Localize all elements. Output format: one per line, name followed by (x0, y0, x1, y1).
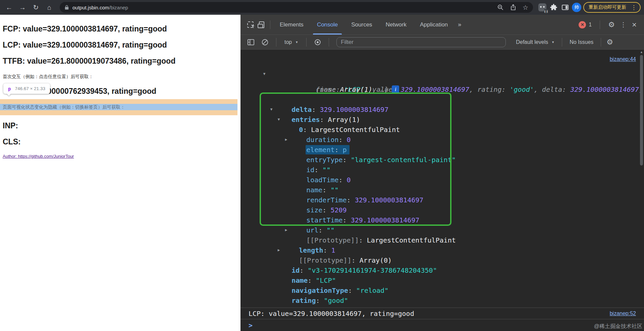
console-tree-row[interactable]: length: 1 (240, 225, 644, 235)
divider (306, 38, 307, 47)
source-link[interactable]: bizanep:52 (610, 310, 636, 318)
reload-icon[interactable]: ↻ (30, 2, 42, 13)
console-scrollbar[interactable]: ▲ (640, 50, 643, 307)
scrollbar-thumb[interactable] (640, 55, 643, 166)
tab-elements[interactable]: Elements (273, 15, 310, 35)
author-link[interactable]: Author: https://github.com/JuniorTour (3, 154, 74, 159)
context-selector[interactable]: top ▼ (282, 39, 301, 45)
console-tree-row[interactable]: ▶ [[Prototype]]: Object (240, 295, 644, 306)
console-tree-row[interactable]: ▶ [[Prototype]]: Array(0) (240, 235, 644, 245)
console-sidebar-icon[interactable] (245, 37, 257, 48)
console-tree-row[interactable]: delta: 329.1000003814697 (240, 84, 644, 94)
tooltip-dimensions: 746.67 × 21.33 (15, 86, 45, 91)
console-tree-row[interactable]: renderTime: 329.1000003814697 (240, 175, 644, 185)
console-tree-row[interactable]: startTime: 329.1000003814697 (240, 195, 644, 205)
lcp-log-text: LCP: value=329.1000003814697, rating=goo… (249, 310, 414, 318)
console-tree-row[interactable]: navigationType: "reload" (240, 265, 644, 275)
inspect-element-icon[interactable] (245, 19, 256, 30)
browser-window: ← → ↻ ⌂ output.jsbin.com/bizanep ☆ (0, 0, 644, 331)
console-tree-row[interactable]: rating: "good" (240, 275, 644, 285)
console-toolbar: top ▼ Default levels ▼ No Issues ⚙ (240, 35, 644, 50)
tab-application[interactable]: Application (413, 15, 454, 35)
devtools-menu-kebab-icon[interactable]: ⋮ (620, 21, 627, 28)
inp-metric-text: INP: (3, 121, 240, 130)
console-tree-row[interactable]: duration: 0 (240, 115, 644, 125)
source-link[interactable]: bizanep:44 (610, 55, 636, 63)
error-icon: ✕ (579, 21, 586, 28)
console-tree-row[interactable]: ▶ element: p (240, 125, 644, 135)
log-levels-label: Default levels (516, 39, 548, 45)
ttfb-metric-text: TTFB: value=261.80000019073486, rating=g… (3, 56, 240, 66)
web-page-viewport: FCP: value=329.1000003814697, rating=goo… (0, 15, 240, 331)
clear-console-icon[interactable] (259, 37, 271, 48)
device-toolbar-icon[interactable] (256, 19, 267, 30)
console-tree-row[interactable]: ▼ 0: LargestContentfulPaint (240, 105, 644, 115)
context-label: top (284, 39, 292, 45)
console-message-header: bizanep:44 (240, 54, 644, 64)
tooltip-tag-name: p (8, 86, 11, 91)
error-count-badge[interactable]: ✕ 1 (579, 21, 592, 28)
lcp-metric-text: LCP: value=329.1000003814697, rating=goo… (3, 40, 240, 50)
browser-toolbar: ← → ↻ ⌂ output.jsbin.com/bizanep ☆ (0, 0, 644, 15)
console-tree-row[interactable]: name: "" (240, 165, 644, 175)
cursor-arrow-icon (251, 24, 255, 30)
inspect-highlight-overlay: 页面可视化状态变化为隐藏（例如：切换标签页）后可获取： (0, 99, 237, 115)
share-icon[interactable] (510, 4, 517, 11)
console-log-row: LCP: value=329.1000003814697, rating=goo… (240, 308, 644, 319)
tab-sources[interactable]: Sources (344, 15, 379, 35)
highlighted-paragraph: 页面可视化状态变化为隐藏（例如：切换标签页）后可获取： (0, 104, 237, 110)
back-icon[interactable]: ← (3, 2, 15, 13)
live-expression-eye-icon[interactable] (312, 37, 323, 48)
error-count: 1 (589, 22, 592, 28)
address-bar[interactable]: output.jsbin.com/bizanep ☆ (60, 2, 533, 13)
filter-input[interactable] (336, 37, 506, 47)
console-prompt[interactable]: > (240, 319, 644, 331)
console-tree-row[interactable]: entryType: "largest-contentful-paint" (240, 135, 644, 145)
devtools-close-icon[interactable]: × (632, 20, 637, 29)
console-tree-row[interactable]: ▼ entries: Array(1) (240, 94, 644, 105)
zoom-icon[interactable] (497, 4, 504, 11)
more-tabs-icon[interactable]: » (454, 15, 464, 35)
console-tree-row[interactable]: url: "" (240, 205, 644, 215)
divider (270, 20, 270, 29)
divider (562, 38, 562, 47)
fcp-metric-text: FCP: value=329.1000003814697, rating=goo… (3, 24, 240, 34)
devtools-panel: Elements Console Sources Network Applica… (240, 15, 644, 331)
browser-menu-kebab-icon[interactable]: ⋮ (630, 4, 638, 11)
object-preview-line-2[interactable]: ries: Array(1), …}i (240, 74, 644, 84)
console-tree-row[interactable]: value: 329.1000003814697 (240, 285, 644, 295)
console-tree-row[interactable]: id: "v3-1702914161974-3786748204350" (240, 245, 644, 255)
bookmark-star-icon[interactable]: ☆ (523, 4, 528, 11)
divider (600, 20, 600, 29)
url-host: output.jsbin.com (72, 5, 109, 10)
console-settings-gear-icon[interactable]: ⚙ (606, 38, 613, 47)
interaction-note-text: 首次交互（例如：点击任意位置）后可获取： (3, 74, 240, 80)
console-tree-row[interactable]: id: "" (240, 145, 644, 155)
chevron-down-icon: ▼ (551, 41, 554, 44)
devtools-settings-gear-icon[interactable]: ⚙ (608, 20, 615, 29)
side-panel-icon[interactable] (560, 3, 570, 12)
url-path: /bizanep (109, 5, 128, 10)
scroll-up-arrow-icon[interactable]: ▲ (640, 50, 643, 54)
highlight-margin-top (0, 99, 237, 104)
console-messages: bizanep:44 ▼ {name: 'LCP', value: 329.10… (240, 50, 644, 308)
profile-avatar[interactable]: 帅 (572, 3, 581, 12)
no-issues-label: No Issues (570, 39, 593, 45)
console-tree-row[interactable]: size: 5209 (240, 185, 644, 195)
lock-icon (64, 5, 69, 10)
log-levels-dropdown[interactable]: Default levels ▼ (514, 39, 556, 45)
forward-icon[interactable]: → (17, 2, 28, 13)
object-preview-line-1[interactable]: ▼ {name: 'LCP', value: 329.1000003814697… (240, 64, 644, 74)
console-tree-row[interactable]: loadTime: 0 (240, 155, 644, 165)
watermark-text: @稀土掘金技术社区 (594, 323, 642, 330)
console-tree-row[interactable]: ▶ [[Prototype]]: LargestContentfulPaint (240, 215, 644, 225)
relaunch-update-button[interactable]: 重新启动即可更新 ⋮ (583, 2, 641, 13)
tab-console[interactable]: Console (310, 15, 344, 35)
tab-network[interactable]: Network (379, 15, 413, 35)
divider (276, 38, 276, 47)
extensions-puzzle-icon[interactable] (549, 3, 558, 12)
element-inspect-tooltip: p 746.67 × 21.33 (3, 83, 50, 94)
tampermonkey-icon[interactable]: ❙❙ (538, 3, 547, 12)
home-icon[interactable]: ⌂ (44, 2, 55, 13)
console-tree-row[interactable]: name: "LCP" (240, 255, 644, 265)
